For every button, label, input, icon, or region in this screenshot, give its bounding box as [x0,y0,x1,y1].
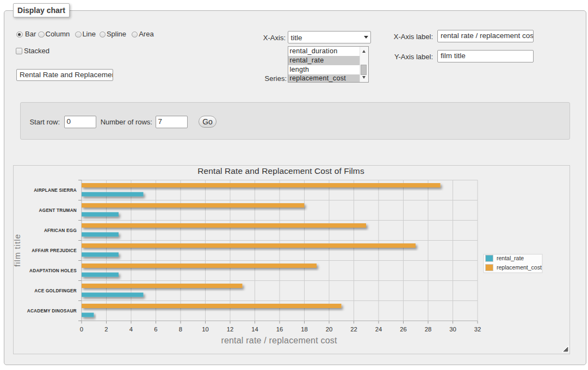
svg-text:20: 20 [326,326,333,333]
svg-text:ADAPTATION HOLES: ADAPTATION HOLES [29,268,77,273]
svg-text:ACADEMY DINOSAUR: ACADEMY DINOSAUR [27,309,77,313]
svg-text:2: 2 [104,326,108,333]
svg-text:12: 12 [227,326,234,333]
svg-text:8: 8 [179,326,182,333]
svg-text:28: 28 [425,326,432,333]
svg-text:rental rate / replacement cost: rental rate / replacement cost [221,336,337,345]
svg-text:30: 30 [449,326,456,333]
svg-text:10: 10 [202,326,209,333]
svg-text:replacement_cost: replacement_cost [497,264,542,271]
svg-text:24: 24 [375,326,382,333]
svg-text:6: 6 [154,326,157,333]
svg-text:4: 4 [129,326,133,333]
svg-text:0: 0 [80,326,83,333]
svg-text:16: 16 [276,326,283,333]
svg-text:14: 14 [251,326,258,333]
svg-text:18: 18 [301,326,308,333]
svg-text:AIRPLANE SIERRA: AIRPLANE SIERRA [34,188,77,193]
svg-text:film title: film title [14,234,22,267]
svg-text:32: 32 [474,326,481,333]
svg-text:AFFAIR PREJUDICE: AFFAIR PREJUDICE [32,248,77,253]
svg-text:26: 26 [400,326,407,333]
svg-text:rental_rate: rental_rate [497,255,524,261]
svg-text:Rental Rate and Replacement Co: Rental Rate and Replacement Cost of Film… [197,166,364,175]
svg-text:AGENT TRUMAN: AGENT TRUMAN [39,208,77,213]
svg-text:22: 22 [350,326,357,333]
svg-text:AFRICAN EGG: AFRICAN EGG [44,228,77,233]
svg-text:ACE GOLDFINGER: ACE GOLDFINGER [34,289,77,293]
